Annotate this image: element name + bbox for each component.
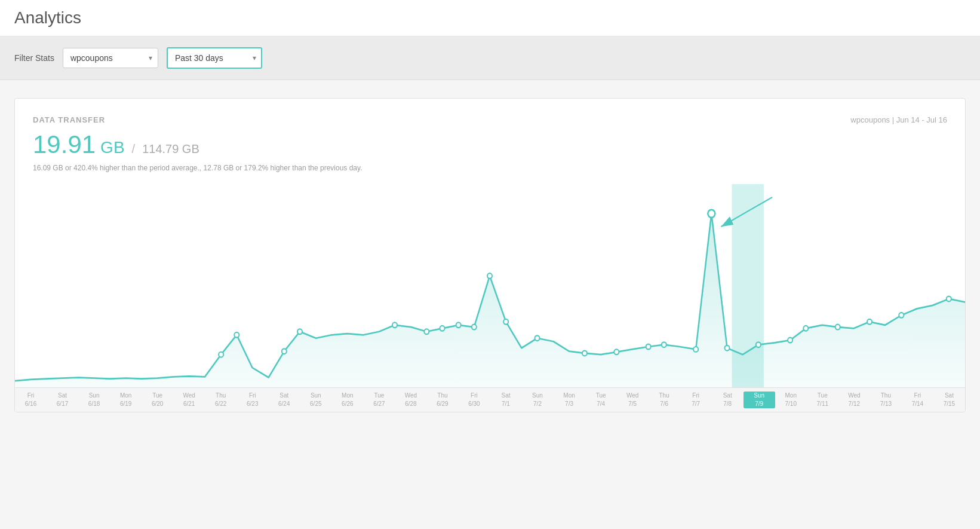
data-point	[456, 322, 461, 328]
x-label-5: Wed6/21	[173, 392, 205, 408]
data-point	[756, 342, 761, 347]
current-unit: GB	[100, 138, 124, 157]
big-stat: 19.91 GB / 114.79 GB	[33, 130, 947, 159]
page-header: Analytics	[0, 0, 980, 36]
x-label-24: Mon7/10	[775, 392, 807, 408]
x-label-12: Wed6/28	[395, 392, 426, 408]
x-label-28: Fri7/14	[902, 392, 933, 408]
date-range-label: wpcoupons | Jun 14 - Jul 16	[850, 115, 947, 124]
stat-description: 16.09 GB or 420.4% higher than the perio…	[33, 164, 947, 172]
filter-stats-label: Filter Stats	[14, 53, 54, 63]
data-point	[424, 329, 429, 334]
data-point	[693, 347, 698, 352]
data-point	[503, 319, 508, 325]
data-point	[440, 326, 444, 331]
chart-card: DATA TRANSFER wpcoupons | Jun 14 - Jul 1…	[14, 98, 966, 412]
data-point	[947, 296, 951, 302]
x-label-15: Sat7/1	[490, 392, 521, 408]
data-point	[234, 332, 239, 338]
data-point	[835, 325, 840, 330]
area-fill	[15, 213, 965, 387]
data-point	[614, 349, 619, 354]
data-point	[646, 344, 651, 350]
peak-data-point	[708, 210, 715, 218]
main-content: DATA TRANSFER wpcoupons | Jun 14 - Jul 1…	[0, 80, 980, 430]
x-label-19: Wed7/5	[617, 392, 649, 408]
x-label-11: Tue6/27	[363, 392, 395, 408]
data-point	[534, 335, 539, 341]
data-point	[392, 322, 397, 328]
x-label-1: Sat6/17	[47, 392, 78, 408]
x-label-21: Fri7/7	[680, 392, 712, 408]
data-point	[582, 351, 587, 356]
data-point	[899, 313, 904, 318]
x-axis-labels: Fri6/16 Sat6/17 Sun6/18 Mon6/19 Tue6/20 …	[15, 387, 965, 412]
x-label-26: Wed7/12	[838, 392, 870, 408]
chart-card-header: DATA TRANSFER wpcoupons | Jun 14 - Jul 1…	[33, 115, 947, 124]
site-select[interactable]: wpcoupons all sites	[63, 48, 158, 68]
x-label-25: Tue7/11	[807, 392, 838, 408]
x-label-20: Thu7/6	[649, 392, 680, 408]
x-label-13: Thu6/29	[426, 392, 458, 408]
period-select[interactable]: Past 30 days Past 7 days Past 90 days Th…	[167, 47, 262, 69]
x-label-2: Sun6/18	[78, 392, 110, 408]
current-value: 19.91	[33, 130, 96, 159]
data-point	[788, 338, 792, 343]
stat-divider: /	[132, 142, 136, 156]
period-select-wrapper[interactable]: Past 30 days Past 7 days Past 90 days Th…	[167, 47, 262, 69]
x-label-23-highlighted: Sun7/9	[744, 392, 775, 408]
data-point	[803, 326, 808, 331]
data-point	[724, 345, 729, 351]
data-point	[867, 319, 872, 325]
x-label-27: Thu7/13	[870, 392, 902, 408]
x-label-7: Fri6/23	[236, 392, 268, 408]
data-point	[662, 342, 666, 347]
data-point	[297, 329, 302, 334]
x-label-18: Tue7/4	[585, 392, 617, 408]
x-label-10: Mon6/26	[331, 392, 363, 408]
total-stat: 114.79 GB	[142, 142, 199, 156]
data-point	[487, 273, 492, 279]
x-label-29: Sat7/15	[933, 392, 965, 408]
chart-area	[15, 184, 965, 387]
x-label-0: Fri6/16	[15, 392, 47, 408]
section-label: DATA TRANSFER	[33, 115, 105, 124]
x-label-8: Sat6/24	[268, 392, 300, 408]
data-point	[282, 348, 287, 354]
x-label-16: Sun7/2	[522, 392, 554, 408]
filter-bar: Filter Stats wpcoupons all sites ▾ Past …	[0, 36, 980, 80]
chart-svg	[15, 184, 965, 387]
x-label-9: Sun6/25	[300, 392, 331, 408]
x-label-17: Mon7/3	[554, 392, 585, 408]
x-label-14: Fri6/30	[458, 392, 490, 408]
x-label-6: Thu6/22	[205, 392, 236, 408]
site-select-wrapper[interactable]: wpcoupons all sites ▾	[63, 48, 158, 68]
data-point	[219, 352, 223, 357]
page-title: Analytics	[14, 8, 966, 27]
data-point	[472, 325, 477, 330]
x-label-3: Mon6/19	[110, 392, 142, 408]
x-label-22: Sat7/8	[712, 392, 744, 408]
x-label-4: Tue6/20	[142, 392, 173, 408]
